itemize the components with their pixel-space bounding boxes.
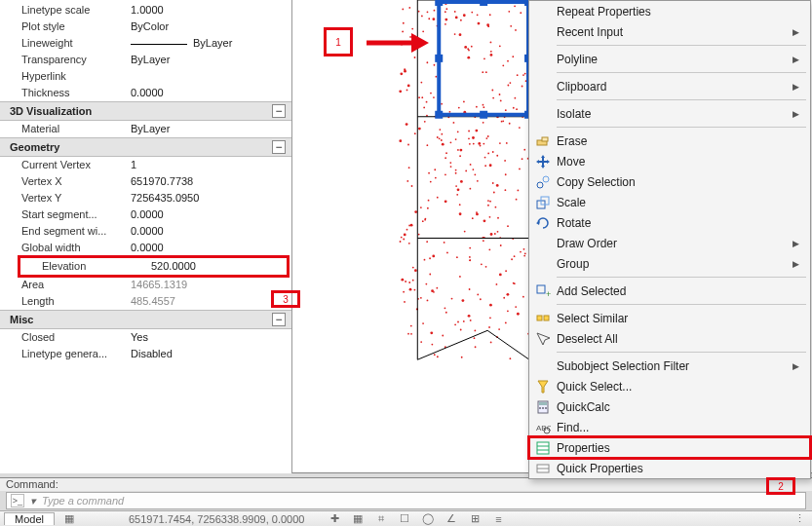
- svg-point-285: [434, 169, 436, 170]
- collapse-icon[interactable]: −: [272, 140, 286, 154]
- properties-icon: [529, 440, 557, 456]
- prop-linetype-scale[interactable]: Linetype scale 1.0000: [0, 2, 291, 19]
- collapse-icon[interactable]: −: [272, 313, 286, 326]
- menu-scale[interactable]: Scale: [529, 192, 810, 212]
- status-grid-icon[interactable]: ▦: [349, 512, 367, 526]
- prop-length[interactable]: Length 485.4557: [0, 293, 291, 310]
- svg-point-267: [502, 120, 504, 122]
- menu-quickcalc[interactable]: QuickCalc: [529, 396, 810, 417]
- prop-linetype-gen[interactable]: Linetype genera... Disabled: [0, 346, 291, 362]
- command-input[interactable]: >_ ▾ Type a command: [6, 492, 806, 509]
- svg-point-172: [445, 11, 446, 13]
- collapse-icon[interactable]: −: [272, 104, 286, 118]
- svg-point-95: [506, 142, 508, 144]
- status-track-icon[interactable]: ∠: [443, 512, 460, 526]
- prop-vertex-y[interactable]: Vertex Y 7256435.0950: [0, 190, 291, 207]
- svg-point-222: [474, 330, 476, 332]
- menu-subobject-filter[interactable]: Subobject Selection Filter▶: [529, 356, 810, 376]
- menu-repeat-properties[interactable]: Repeat Properties: [529, 1, 810, 21]
- menu-isolate[interactable]: Isolate▶: [529, 103, 810, 124]
- svg-point-266: [489, 201, 491, 203]
- prop-plot-style[interactable]: Plot style ByColor: [0, 19, 291, 35]
- menu-rotate[interactable]: Rotate: [529, 212, 810, 233]
- svg-point-83: [469, 256, 471, 258]
- model-tab[interactable]: Model: [4, 512, 55, 525]
- svg-point-71: [507, 60, 509, 62]
- svg-point-318: [437, 136, 439, 138]
- svg-point-90: [442, 143, 445, 146]
- menu-add-selected[interactable]: + Add Selected: [529, 281, 810, 301]
- svg-point-201: [482, 71, 483, 73]
- prop-start-seg-w[interactable]: Start segment... 0.0000: [0, 207, 291, 223]
- svg-point-28: [430, 331, 433, 334]
- prop-material[interactable]: Material ByLayer: [0, 121, 291, 137]
- svg-point-115: [476, 106, 478, 108]
- svg-point-186: [498, 328, 500, 330]
- svg-rect-334: [542, 137, 548, 141]
- prop-area[interactable]: Area 14665.1319: [0, 277, 291, 293]
- svg-point-75: [407, 85, 410, 88]
- status-polar-icon[interactable]: ◯: [419, 512, 437, 526]
- svg-point-279: [491, 90, 493, 92]
- svg-point-85: [455, 185, 457, 187]
- svg-point-301: [469, 259, 471, 261]
- annotation-3: 3: [271, 290, 300, 308]
- svg-point-77: [495, 207, 497, 208]
- svg-point-213: [487, 200, 489, 202]
- prop-elevation[interactable]: Elevation 520.0000: [18, 255, 290, 278]
- status-object-snap-icon[interactable]: ⊞: [466, 512, 483, 526]
- svg-point-203: [523, 149, 525, 151]
- menu-quick-properties[interactable]: Quick Properties: [529, 458, 810, 478]
- svg-point-63: [517, 189, 519, 191]
- menu-recent-input[interactable]: Recent Input▶: [529, 21, 810, 42]
- prop-global-width[interactable]: Global width 0.0000: [0, 240, 291, 256]
- svg-point-147: [446, 252, 448, 254]
- svg-point-195: [445, 23, 446, 25]
- svg-point-228: [501, 121, 503, 123]
- prop-transparency[interactable]: Transparency ByLayer: [0, 52, 291, 68]
- prop-lineweight[interactable]: Lineweight ByLayer: [0, 35, 291, 52]
- menu-move[interactable]: Move: [529, 151, 810, 171]
- svg-point-21: [490, 54, 493, 56]
- svg-point-47: [455, 172, 457, 174]
- svg-point-182: [522, 296, 524, 298]
- svg-point-165: [409, 288, 412, 291]
- menu-copy-selection[interactable]: Copy Selection: [529, 171, 810, 192]
- status-tool-icon[interactable]: ✚: [326, 512, 343, 526]
- svg-point-175: [408, 282, 410, 283]
- menu-select-similar[interactable]: Select Similar: [529, 308, 810, 328]
- svg-point-23: [509, 123, 511, 125]
- status-snap-icon[interactable]: ⌗: [372, 512, 390, 526]
- layout-plus-icon[interactable]: ▦: [60, 512, 78, 526]
- prop-vertex-x[interactable]: Vertex X 651970.7738: [0, 173, 291, 190]
- prop-end-seg-w[interactable]: End segment wi... 0.0000: [0, 223, 291, 240]
- menu-properties[interactable]: Properties: [529, 437, 810, 458]
- status-right-icon[interactable]: ⋮: [791, 512, 808, 526]
- prop-hyperlink[interactable]: Hyperlink: [0, 68, 291, 85]
- svg-point-149: [406, 229, 408, 231]
- svg-point-245: [523, 255, 525, 257]
- svg-point-281: [497, 231, 499, 233]
- svg-point-252: [477, 294, 479, 296]
- menu-deselect-all[interactable]: Deselect All: [529, 328, 810, 349]
- menu-clipboard[interactable]: Clipboard▶: [529, 76, 810, 96]
- prop-current-vertex[interactable]: Current Vertex 1: [0, 157, 291, 173]
- svg-point-302: [411, 185, 413, 187]
- menu-draw-order[interactable]: Draw Order▶: [529, 233, 810, 253]
- svg-point-292: [523, 248, 525, 250]
- svg-rect-342: [537, 316, 542, 320]
- svg-point-246: [483, 106, 484, 108]
- status-ortho-icon[interactable]: ☐: [396, 512, 413, 526]
- section-misc[interactable]: Misc −: [0, 310, 291, 329]
- svg-point-162: [507, 85, 509, 87]
- menu-group[interactable]: Group▶: [529, 253, 810, 274]
- menu-erase[interactable]: Erase: [529, 131, 810, 151]
- menu-polyline[interactable]: Polyline▶: [529, 49, 810, 69]
- prop-closed[interactable]: Closed Yes: [0, 329, 291, 346]
- menu-quick-select[interactable]: Quick Select...: [529, 376, 810, 396]
- menu-find[interactable]: ABC Find...: [529, 417, 810, 437]
- section-3d-visualization[interactable]: 3D Visualization −: [0, 101, 291, 121]
- status-lineweight-icon[interactable]: ≡: [489, 512, 507, 526]
- prop-thickness[interactable]: Thickness 0.0000: [0, 85, 291, 101]
- section-geometry[interactable]: Geometry −: [0, 137, 291, 157]
